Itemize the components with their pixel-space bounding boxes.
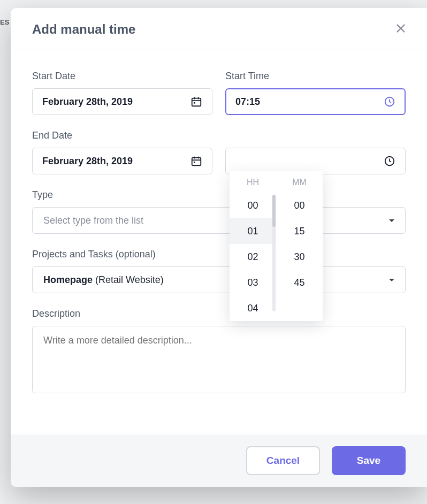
hour-option[interactable]: 00 — [230, 193, 276, 218]
label-start-time: Start Time — [225, 71, 406, 82]
select-projects[interactable]: Homepage (Retail Website) — [32, 266, 406, 293]
start-time-value: 07:15 — [235, 96, 384, 108]
calendar-icon — [190, 96, 202, 108]
field-projects: Projects and Tasks (optional) Homepage (… — [32, 249, 406, 293]
minute-option[interactable]: 15 — [276, 218, 323, 244]
svg-rect-2 — [192, 98, 201, 106]
field-end-time: . — [225, 130, 406, 174]
time-picker-dropdown: HH 00 01 02 03 04 MM 00 15 30 45 — [230, 171, 323, 321]
field-type: Type Select type from the list — [32, 189, 406, 234]
time-col-hours: HH 00 01 02 03 04 — [230, 171, 276, 321]
label-type: Type — [32, 189, 406, 201]
input-start-time[interactable]: 07:15 — [225, 88, 406, 115]
cancel-button[interactable]: Cancel — [246, 446, 320, 475]
input-end-date[interactable]: February 28th, 2019 — [32, 148, 212, 174]
modal-footer: Cancel Save — [11, 434, 427, 487]
calendar-icon — [190, 155, 202, 167]
modal-body: Start Date February 28th, 2019 — [11, 49, 427, 434]
select-type[interactable]: Select type from the list — [32, 207, 406, 234]
close-icon — [395, 22, 407, 36]
minute-option[interactable]: 45 — [276, 270, 323, 295]
projects-value: Homepage (Retail Website) — [43, 274, 389, 286]
hour-option[interactable]: 04 — [230, 295, 276, 321]
svg-rect-6 — [194, 102, 195, 104]
clock-icon — [384, 96, 395, 108]
label-start-date: Start Date — [32, 71, 212, 82]
label-projects: Projects and Tasks (optional) — [32, 249, 406, 260]
field-start-time: Start Time 07:15 — [225, 71, 406, 115]
label-description: Description — [32, 308, 406, 319]
svg-rect-8 — [192, 158, 201, 166]
time-col-header-hh: HH — [247, 171, 259, 193]
minute-option[interactable]: 30 — [276, 244, 323, 270]
hours-scrollbar[interactable] — [272, 195, 276, 311]
field-end-date: End Date February 28th, 2019 — [32, 130, 212, 174]
minute-option[interactable]: 00 — [276, 193, 323, 218]
input-end-time[interactable] — [225, 148, 406, 174]
modal-title: Add manual time — [32, 22, 135, 37]
clock-icon — [384, 155, 395, 167]
hour-option[interactable]: 03 — [230, 270, 276, 295]
field-start-date: Start Date February 28th, 2019 — [32, 71, 212, 115]
hours-list[interactable]: 00 01 02 03 04 — [230, 193, 276, 321]
save-button[interactable]: Save — [332, 446, 406, 475]
backdrop-text-fragment: ES — [0, 18, 9, 26]
hour-option[interactable]: 02 — [230, 244, 276, 270]
scrollbar-thumb[interactable] — [272, 195, 276, 227]
minutes-list[interactable]: 00 15 30 45 — [276, 193, 323, 321]
input-start-date[interactable]: February 28th, 2019 — [32, 88, 212, 115]
svg-rect-12 — [194, 162, 195, 163]
chevron-down-icon — [389, 219, 394, 222]
field-description: Description — [32, 308, 406, 393]
type-placeholder: Select type from the list — [43, 215, 389, 226]
close-button[interactable] — [393, 22, 408, 37]
textarea-description[interactable] — [32, 326, 406, 393]
label-end-date: End Date — [32, 130, 212, 141]
chevron-down-icon — [389, 279, 394, 281]
hour-option[interactable]: 01 — [230, 218, 276, 244]
time-col-header-mm: MM — [292, 171, 307, 193]
end-date-value: February 28th, 2019 — [42, 156, 190, 167]
modal-header: Add manual time — [11, 8, 427, 49]
modal-add-manual-time: Add manual time Start Date February 28th… — [11, 8, 427, 487]
time-col-minutes: MM 00 15 30 45 — [276, 171, 323, 321]
start-date-value: February 28th, 2019 — [42, 96, 190, 108]
